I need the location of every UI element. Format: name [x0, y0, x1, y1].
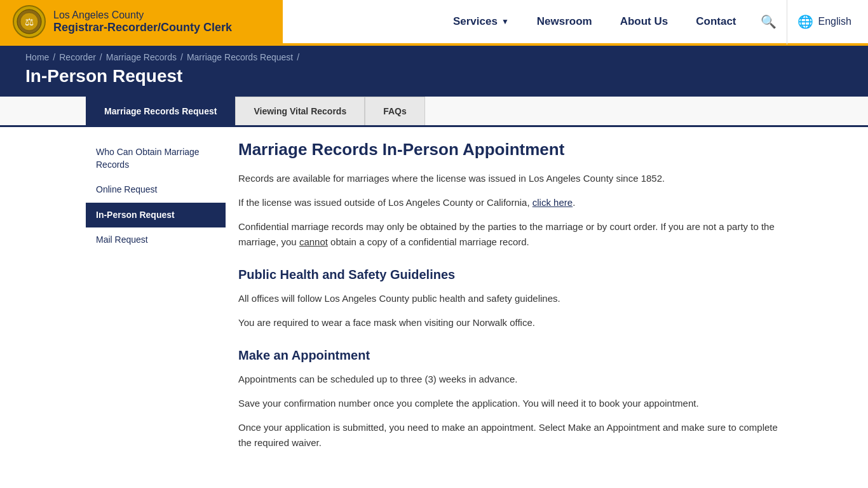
breadcrumb-marriage-records[interactable]: Marriage Records [106, 52, 177, 62]
breadcrumb-sep-4: / [297, 52, 299, 62]
breadcrumb-recorder[interactable]: Recorder [59, 52, 96, 62]
search-button[interactable]: 🔍 [750, 0, 787, 44]
content-section2-para-1: Appointments can be scheduled up to thre… [238, 372, 785, 387]
tab-marriage-records-request[interactable]: Marriage Records Request [86, 97, 235, 125]
content-main-heading: Marriage Records In-Person Appointment [238, 140, 785, 159]
nav-services[interactable]: Services ▼ [439, 0, 523, 44]
tab-viewing-vital-records[interactable]: Viewing Vital Records [235, 97, 365, 125]
tab-faqs[interactable]: FAQs [365, 97, 425, 125]
sidebar-item-in-person-request[interactable]: In-Person Request [86, 203, 226, 228]
page-header: Home / Recorder / Marriage Records / Mar… [0, 46, 868, 97]
brand-text-block: Los Angeles County Registrar-Recorder/Co… [53, 10, 232, 34]
content-section2-para-2: Save your confirmation number once you c… [238, 396, 785, 411]
main-content: Who Can Obtain Marriage Records Online R… [0, 127, 868, 488]
content-section1-heading: Public Health and Safety Guidelines [238, 268, 785, 282]
brand-area: ⚖ Los Angeles County Registrar-Recorder/… [0, 0, 283, 43]
content-section1-para-2: You are required to wear a face mask whe… [238, 315, 785, 330]
brand-name: Los Angeles County [53, 10, 232, 21]
sidebar-item-online-request[interactable]: Online Request [86, 177, 226, 203]
nav-about-us[interactable]: About Us [606, 0, 682, 44]
breadcrumb: Home / Recorder / Marriage Records / Mar… [25, 52, 843, 62]
brand-dept: Registrar-Recorder/County Clerk [53, 21, 232, 34]
svg-text:⚖: ⚖ [25, 17, 34, 27]
breadcrumb-sep-2: / [100, 52, 102, 62]
breadcrumb-sep-1: / [53, 52, 55, 62]
chevron-down-icon: ▼ [501, 17, 509, 26]
content-section2-heading: Make an Appointment [238, 348, 785, 363]
main-nav: Services ▼ Newsroom About Us Contact 🔍 🌐… [283, 0, 868, 43]
nav-newsroom[interactable]: Newsroom [523, 0, 606, 44]
breadcrumb-sep-3: / [180, 52, 183, 62]
tabs-bar: Marriage Records Request Viewing Vital R… [0, 97, 868, 127]
page-title: In-Person Request [25, 66, 843, 86]
language-label: English [818, 16, 851, 27]
breadcrumb-home[interactable]: Home [25, 52, 49, 62]
sidebar: Who Can Obtain Marriage Records Online R… [86, 127, 226, 472]
search-icon: 🔍 [761, 14, 776, 29]
content-section2-para-3: Once your application is submitted, you … [238, 420, 785, 451]
nav-contact[interactable]: Contact [682, 0, 750, 44]
click-here-link[interactable]: click here [532, 197, 573, 208]
site-header: ⚖ Los Angeles County Registrar-Recorder/… [0, 0, 868, 46]
breadcrumb-marriage-records-request[interactable]: Marriage Records Request [187, 52, 293, 62]
article-content: Marriage Records In-Person Appointment R… [226, 127, 810, 472]
cannot-text: cannot [299, 236, 328, 247]
content-para-2: If the license was issued outside of Los… [238, 195, 785, 210]
sidebar-item-mail-request[interactable]: Mail Request [86, 227, 226, 253]
sidebar-item-who-can-obtain[interactable]: Who Can Obtain Marriage Records [86, 140, 226, 177]
content-para-3: Confidential marriage records may only b… [238, 219, 785, 250]
content-section1-para-1: All offices will follow Los Angeles Coun… [238, 291, 785, 306]
content-para-1: Records are available for marriages wher… [238, 171, 785, 186]
language-selector[interactable]: 🌐 English [787, 0, 862, 44]
brand-logo-icon: ⚖ [13, 5, 46, 38]
globe-icon: 🌐 [797, 14, 813, 29]
